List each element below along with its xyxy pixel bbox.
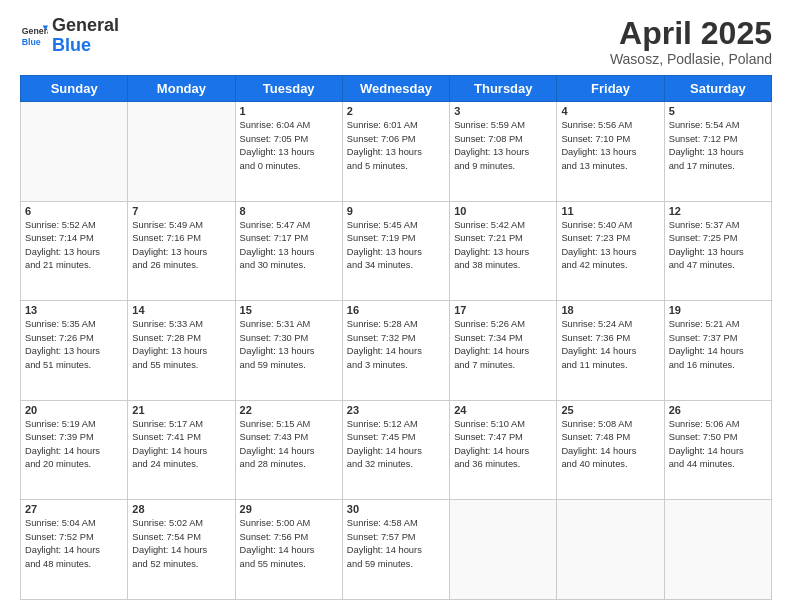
day-number: 1 bbox=[240, 105, 338, 117]
day-cell-26: 26Sunrise: 5:06 AM Sunset: 7:50 PM Dayli… bbox=[664, 400, 771, 500]
day-cell-3: 3Sunrise: 5:59 AM Sunset: 7:08 PM Daylig… bbox=[450, 102, 557, 202]
month-title: April 2025 bbox=[610, 16, 772, 51]
day-cell-18: 18Sunrise: 5:24 AM Sunset: 7:36 PM Dayli… bbox=[557, 301, 664, 401]
logo-text: General Blue bbox=[52, 16, 119, 56]
day-number: 24 bbox=[454, 404, 552, 416]
logo-icon: General Blue bbox=[20, 22, 48, 50]
day-info: Sunrise: 5:37 AM Sunset: 7:25 PM Dayligh… bbox=[669, 219, 767, 273]
col-header-thursday: Thursday bbox=[450, 76, 557, 102]
day-cell-19: 19Sunrise: 5:21 AM Sunset: 7:37 PM Dayli… bbox=[664, 301, 771, 401]
day-info: Sunrise: 5:33 AM Sunset: 7:28 PM Dayligh… bbox=[132, 318, 230, 372]
day-number: 5 bbox=[669, 105, 767, 117]
day-info: Sunrise: 5:19 AM Sunset: 7:39 PM Dayligh… bbox=[25, 418, 123, 472]
header-row: SundayMondayTuesdayWednesdayThursdayFrid… bbox=[21, 76, 772, 102]
day-number: 26 bbox=[669, 404, 767, 416]
week-row-2: 13Sunrise: 5:35 AM Sunset: 7:26 PM Dayli… bbox=[21, 301, 772, 401]
day-cell-28: 28Sunrise: 5:02 AM Sunset: 7:54 PM Dayli… bbox=[128, 500, 235, 600]
day-number: 16 bbox=[347, 304, 445, 316]
day-info: Sunrise: 5:59 AM Sunset: 7:08 PM Dayligh… bbox=[454, 119, 552, 173]
day-cell-13: 13Sunrise: 5:35 AM Sunset: 7:26 PM Dayli… bbox=[21, 301, 128, 401]
day-cell-8: 8Sunrise: 5:47 AM Sunset: 7:17 PM Daylig… bbox=[235, 201, 342, 301]
day-number: 18 bbox=[561, 304, 659, 316]
day-info: Sunrise: 5:28 AM Sunset: 7:32 PM Dayligh… bbox=[347, 318, 445, 372]
logo: General Blue General Blue bbox=[20, 16, 119, 56]
day-number: 27 bbox=[25, 503, 123, 515]
title-block: April 2025 Wasosz, Podlasie, Poland bbox=[610, 16, 772, 67]
day-cell-empty-4-6 bbox=[664, 500, 771, 600]
day-cell-11: 11Sunrise: 5:40 AM Sunset: 7:23 PM Dayli… bbox=[557, 201, 664, 301]
week-row-1: 6Sunrise: 5:52 AM Sunset: 7:14 PM Daylig… bbox=[21, 201, 772, 301]
header: General Blue General Blue April 2025 Was… bbox=[20, 16, 772, 67]
day-number: 8 bbox=[240, 205, 338, 217]
day-info: Sunrise: 5:06 AM Sunset: 7:50 PM Dayligh… bbox=[669, 418, 767, 472]
day-number: 23 bbox=[347, 404, 445, 416]
day-cell-25: 25Sunrise: 5:08 AM Sunset: 7:48 PM Dayli… bbox=[557, 400, 664, 500]
col-header-friday: Friday bbox=[557, 76, 664, 102]
day-info: Sunrise: 5:26 AM Sunset: 7:34 PM Dayligh… bbox=[454, 318, 552, 372]
week-row-3: 20Sunrise: 5:19 AM Sunset: 7:39 PM Dayli… bbox=[21, 400, 772, 500]
day-cell-22: 22Sunrise: 5:15 AM Sunset: 7:43 PM Dayli… bbox=[235, 400, 342, 500]
day-cell-17: 17Sunrise: 5:26 AM Sunset: 7:34 PM Dayli… bbox=[450, 301, 557, 401]
day-cell-4: 4Sunrise: 5:56 AM Sunset: 7:10 PM Daylig… bbox=[557, 102, 664, 202]
day-number: 15 bbox=[240, 304, 338, 316]
calendar-table: SundayMondayTuesdayWednesdayThursdayFrid… bbox=[20, 75, 772, 600]
day-cell-5: 5Sunrise: 5:54 AM Sunset: 7:12 PM Daylig… bbox=[664, 102, 771, 202]
day-cell-12: 12Sunrise: 5:37 AM Sunset: 7:25 PM Dayli… bbox=[664, 201, 771, 301]
day-info: Sunrise: 5:24 AM Sunset: 7:36 PM Dayligh… bbox=[561, 318, 659, 372]
day-number: 13 bbox=[25, 304, 123, 316]
page: General Blue General Blue April 2025 Was… bbox=[0, 0, 792, 612]
day-cell-empty-4-4 bbox=[450, 500, 557, 600]
day-cell-29: 29Sunrise: 5:00 AM Sunset: 7:56 PM Dayli… bbox=[235, 500, 342, 600]
day-info: Sunrise: 5:10 AM Sunset: 7:47 PM Dayligh… bbox=[454, 418, 552, 472]
day-info: Sunrise: 4:58 AM Sunset: 7:57 PM Dayligh… bbox=[347, 517, 445, 571]
day-number: 17 bbox=[454, 304, 552, 316]
col-header-sunday: Sunday bbox=[21, 76, 128, 102]
day-number: 12 bbox=[669, 205, 767, 217]
day-number: 9 bbox=[347, 205, 445, 217]
day-cell-6: 6Sunrise: 5:52 AM Sunset: 7:14 PM Daylig… bbox=[21, 201, 128, 301]
day-cell-30: 30Sunrise: 4:58 AM Sunset: 7:57 PM Dayli… bbox=[342, 500, 449, 600]
day-cell-2: 2Sunrise: 6:01 AM Sunset: 7:06 PM Daylig… bbox=[342, 102, 449, 202]
day-cell-10: 10Sunrise: 5:42 AM Sunset: 7:21 PM Dayli… bbox=[450, 201, 557, 301]
day-cell-27: 27Sunrise: 5:04 AM Sunset: 7:52 PM Dayli… bbox=[21, 500, 128, 600]
day-number: 3 bbox=[454, 105, 552, 117]
day-number: 29 bbox=[240, 503, 338, 515]
day-number: 21 bbox=[132, 404, 230, 416]
day-cell-1: 1Sunrise: 6:04 AM Sunset: 7:05 PM Daylig… bbox=[235, 102, 342, 202]
day-number: 2 bbox=[347, 105, 445, 117]
day-info: Sunrise: 5:31 AM Sunset: 7:30 PM Dayligh… bbox=[240, 318, 338, 372]
day-cell-empty-0-0 bbox=[21, 102, 128, 202]
day-info: Sunrise: 5:52 AM Sunset: 7:14 PM Dayligh… bbox=[25, 219, 123, 273]
day-info: Sunrise: 5:56 AM Sunset: 7:10 PM Dayligh… bbox=[561, 119, 659, 173]
day-info: Sunrise: 5:00 AM Sunset: 7:56 PM Dayligh… bbox=[240, 517, 338, 571]
day-cell-16: 16Sunrise: 5:28 AM Sunset: 7:32 PM Dayli… bbox=[342, 301, 449, 401]
day-info: Sunrise: 5:15 AM Sunset: 7:43 PM Dayligh… bbox=[240, 418, 338, 472]
day-info: Sunrise: 5:02 AM Sunset: 7:54 PM Dayligh… bbox=[132, 517, 230, 571]
day-number: 4 bbox=[561, 105, 659, 117]
svg-text:Blue: Blue bbox=[22, 37, 41, 47]
col-header-wednesday: Wednesday bbox=[342, 76, 449, 102]
day-cell-20: 20Sunrise: 5:19 AM Sunset: 7:39 PM Dayli… bbox=[21, 400, 128, 500]
day-number: 22 bbox=[240, 404, 338, 416]
day-info: Sunrise: 5:54 AM Sunset: 7:12 PM Dayligh… bbox=[669, 119, 767, 173]
day-info: Sunrise: 5:47 AM Sunset: 7:17 PM Dayligh… bbox=[240, 219, 338, 273]
day-number: 10 bbox=[454, 205, 552, 217]
day-number: 20 bbox=[25, 404, 123, 416]
day-number: 25 bbox=[561, 404, 659, 416]
day-cell-9: 9Sunrise: 5:45 AM Sunset: 7:19 PM Daylig… bbox=[342, 201, 449, 301]
location: Wasosz, Podlasie, Poland bbox=[610, 51, 772, 67]
col-header-saturday: Saturday bbox=[664, 76, 771, 102]
day-number: 14 bbox=[132, 304, 230, 316]
logo-general: General bbox=[52, 15, 119, 35]
day-info: Sunrise: 6:04 AM Sunset: 7:05 PM Dayligh… bbox=[240, 119, 338, 173]
day-cell-empty-0-1 bbox=[128, 102, 235, 202]
day-cell-empty-4-5 bbox=[557, 500, 664, 600]
day-cell-7: 7Sunrise: 5:49 AM Sunset: 7:16 PM Daylig… bbox=[128, 201, 235, 301]
day-info: Sunrise: 6:01 AM Sunset: 7:06 PM Dayligh… bbox=[347, 119, 445, 173]
day-info: Sunrise: 5:17 AM Sunset: 7:41 PM Dayligh… bbox=[132, 418, 230, 472]
col-header-monday: Monday bbox=[128, 76, 235, 102]
day-cell-14: 14Sunrise: 5:33 AM Sunset: 7:28 PM Dayli… bbox=[128, 301, 235, 401]
day-number: 11 bbox=[561, 205, 659, 217]
day-info: Sunrise: 5:42 AM Sunset: 7:21 PM Dayligh… bbox=[454, 219, 552, 273]
week-row-4: 27Sunrise: 5:04 AM Sunset: 7:52 PM Dayli… bbox=[21, 500, 772, 600]
